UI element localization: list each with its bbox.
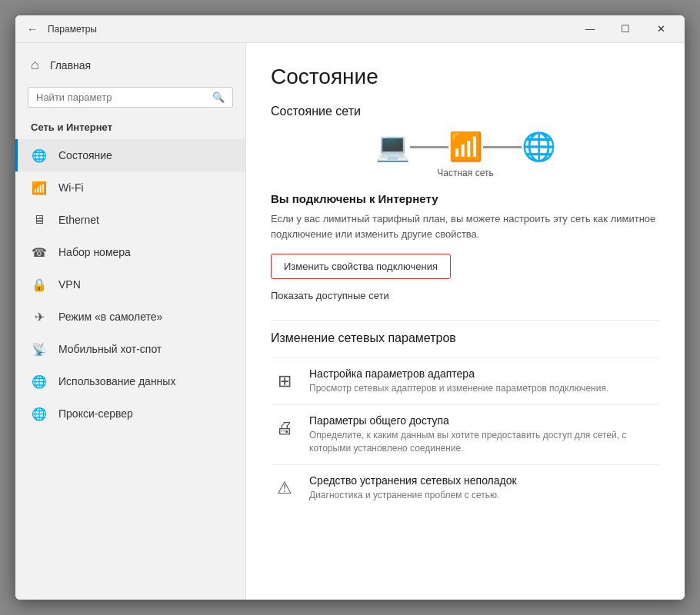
network-label: Частная сеть xyxy=(271,168,660,178)
adapter-text: Настройка параметров адаптераПросмотр се… xyxy=(309,367,660,395)
wifi-icon: 📶 xyxy=(448,131,483,163)
ethernet-icon: 🖥 xyxy=(31,211,48,228)
proxy-icon: 🌐 xyxy=(31,405,48,422)
sidebar-item-proxy-label: Прокси-сервер xyxy=(58,407,133,420)
network-status-title: Состояние сети xyxy=(271,105,660,118)
connected-title: Вы подключены к Интернету xyxy=(271,192,660,205)
connected-desc: Если у вас лимитный тарифный план, вы мо… xyxy=(271,211,660,241)
troubleshoot-icon: ⚠ xyxy=(271,474,298,502)
sidebar-nav: 🌐Состояние📶Wi-Fi🖥Ethernet☎Набор номера🔒V… xyxy=(15,139,245,430)
divider xyxy=(271,320,660,321)
sidebar-section-title: Сеть и Интернет xyxy=(15,117,245,139)
setting-item-sharing[interactable]: 🖨Параметры общего доступаОпределите, к к… xyxy=(271,404,660,464)
page-title: Состояние xyxy=(271,65,660,89)
back-button[interactable]: ← xyxy=(22,18,43,40)
sharing-text: Параметры общего доступаОпределите, к ка… xyxy=(309,414,660,455)
sidebar-item-hotspot[interactable]: 📡Мобильный хот-спот xyxy=(15,333,245,365)
sidebar-item-wifi[interactable]: 📶Wi-Fi xyxy=(15,171,245,204)
search-icon: 🔍 xyxy=(212,91,225,103)
troubleshoot-name: Средство устранения сетевых неполадок xyxy=(309,474,660,487)
close-button[interactable]: ✕ xyxy=(643,17,678,42)
main-window: ← Параметры — ☐ ✕ ⌂ Главная 🔍 Сеть и Инт… xyxy=(15,15,685,600)
setting-item-troubleshoot[interactable]: ⚠Средство устранения сетевых неполадокДи… xyxy=(271,464,660,511)
troubleshoot-desc: Диагностика и устранение проблем с сетью… xyxy=(309,489,660,502)
sidebar-item-datausage-label: Использование данных xyxy=(58,375,175,387)
show-networks-link[interactable]: Показать доступные сети xyxy=(271,290,660,301)
adapter-name: Настройка параметров адаптера xyxy=(309,367,660,380)
computer-icon: 💻 xyxy=(375,131,410,163)
adapter-desc: Просмотр сетевых адаптеров и изменение п… xyxy=(309,382,660,395)
dialup-icon: ☎ xyxy=(31,244,48,261)
adapter-icon: ⊞ xyxy=(271,367,298,395)
sharing-desc: Определите, к каким данным вы хотите пре… xyxy=(309,429,660,455)
minimize-button[interactable]: — xyxy=(572,17,608,42)
vpn-icon: 🔒 xyxy=(31,276,48,293)
sidebar-item-datausage[interactable]: 🌐Использование данных xyxy=(15,365,245,397)
sidebar-item-proxy[interactable]: 🌐Прокси-сервер xyxy=(15,397,245,430)
setting-item-adapter[interactable]: ⊞Настройка параметров адаптераПросмотр с… xyxy=(271,357,660,404)
sharing-icon: 🖨 xyxy=(271,414,298,442)
sidebar-item-vpn-label: VPN xyxy=(58,278,81,291)
sidebar-item-status-label: Состояние xyxy=(58,149,112,161)
content-area: ⌂ Главная 🔍 Сеть и Интернет 🌐Состояние📶W… xyxy=(15,43,685,600)
sidebar-item-airplane-label: Режим «в самолете» xyxy=(58,311,162,323)
change-section-title: Изменение сетевых параметров xyxy=(271,331,660,345)
sidebar-item-vpn[interactable]: 🔒VPN xyxy=(15,268,245,301)
sidebar-item-dialup[interactable]: ☎Набор номера xyxy=(15,236,245,268)
sidebar-item-home[interactable]: ⌂ Главная xyxy=(15,49,245,81)
home-label: Главная xyxy=(50,59,91,71)
home-icon: ⌂ xyxy=(31,57,39,73)
globe-icon: 🌐 xyxy=(522,131,556,163)
window-title: Параметры xyxy=(48,24,572,35)
datausage-icon: 🌐 xyxy=(31,373,48,390)
line-1 xyxy=(410,146,448,148)
sidebar: ⌂ Главная 🔍 Сеть и Интернет 🌐Состояние📶W… xyxy=(15,43,246,600)
sidebar-item-ethernet-label: Ethernet xyxy=(58,214,99,226)
sidebar-item-hotspot-label: Мобильный хот-спот xyxy=(58,343,162,355)
change-properties-button[interactable]: Изменить свойства подключения xyxy=(271,254,451,279)
sidebar-item-wifi-label: Wi-Fi xyxy=(58,181,84,194)
window-controls: — ☐ ✕ xyxy=(572,17,678,42)
search-box: 🔍 xyxy=(28,87,233,108)
line-2 xyxy=(483,146,522,148)
troubleshoot-text: Средство устранения сетевых неполадокДиа… xyxy=(309,474,660,502)
network-diagram: 💻 📶 🌐 xyxy=(271,131,660,163)
title-bar: ← Параметры — ☐ ✕ xyxy=(15,15,685,43)
sidebar-item-airplane[interactable]: ✈Режим «в самолете» xyxy=(15,301,245,333)
maximize-button[interactable]: ☐ xyxy=(608,17,643,42)
airplane-icon: ✈ xyxy=(31,308,48,325)
main-panel: Состояние Состояние сети 💻 📶 🌐 Частная с… xyxy=(246,43,685,600)
sharing-name: Параметры общего доступа xyxy=(309,414,660,427)
sidebar-item-status[interactable]: 🌐Состояние xyxy=(15,139,245,171)
search-input[interactable] xyxy=(36,91,212,103)
hotspot-icon: 📡 xyxy=(31,341,48,357)
sidebar-item-ethernet[interactable]: 🖥Ethernet xyxy=(15,204,245,236)
settings-list: ⊞Настройка параметров адаптераПросмотр с… xyxy=(271,357,660,511)
wifi-icon: 📶 xyxy=(31,179,48,196)
sidebar-item-dialup-label: Набор номера xyxy=(58,246,131,258)
status-icon: 🌐 xyxy=(31,147,48,164)
